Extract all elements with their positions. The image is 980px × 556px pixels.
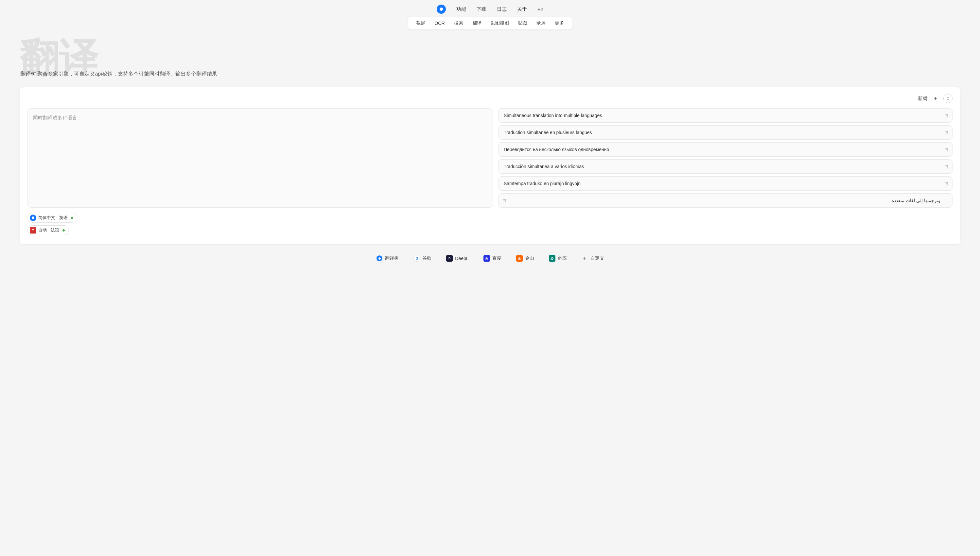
engine-tag-dot-2	[63, 229, 65, 231]
jinshan-bottom-icon: 金	[516, 255, 523, 262]
deepl-icon: D	[446, 255, 453, 262]
baidu-icon: 百	[484, 255, 490, 262]
youdao-engine-icon: Y	[30, 227, 36, 234]
engine-tag-youdao[interactable]: Y 自动 法语	[27, 225, 69, 235]
bottom-transtree-label: 翻译树	[385, 255, 399, 261]
main-card: 新树 + ○ Simultaneous translation into mul…	[19, 87, 961, 244]
baidu-bottom-icon: 百	[483, 255, 490, 262]
nav-item-logs[interactable]: 日志	[497, 6, 507, 13]
hero-description: 翻译树 聚合多家引擎，可自定义api秘钥，支持多个引擎同时翻译、输出多个翻译结果	[19, 71, 961, 78]
new-tree-label: 新树	[918, 95, 928, 102]
toolbar-translate[interactable]: 翻译	[471, 19, 483, 27]
bottom-deepl-label: DeepL	[455, 256, 468, 261]
engine-tag-source-2: 自动	[38, 227, 47, 233]
bottom-bar: 翻译树 G 谷歌 D DeepL 百 百度 金 金山 必 必应 + 自定义	[0, 249, 980, 267]
toolbar-record[interactable]: 录屏	[535, 19, 547, 27]
copy-icon-ru[interactable]: ⊡	[944, 147, 948, 152]
app-logo	[437, 5, 446, 14]
bottom-bing-label: 必应	[558, 255, 567, 261]
add-tree-button[interactable]: +	[931, 94, 940, 103]
engine-tag-source-1: 简体中文	[38, 215, 55, 221]
bottom-google[interactable]: G 谷歌	[411, 254, 434, 263]
result-item-eo: Samtempa traduko en plurajn lingvojn ⊡	[498, 176, 953, 191]
toolbar-screenshot[interactable]: 截屏	[415, 19, 427, 27]
google-icon: G	[414, 255, 420, 262]
copy-icon-en[interactable]: ⊡	[944, 113, 948, 118]
refresh-button[interactable]: ○	[943, 94, 953, 103]
bottom-baidu[interactable]: 百 百度	[480, 254, 504, 263]
bottom-custom-label: 自定义	[590, 255, 604, 261]
copy-icon-ar[interactable]: ⊡	[503, 198, 506, 203]
bottom-transtree[interactable]: 翻译树	[373, 254, 401, 263]
transtree-bottom-icon	[376, 255, 383, 262]
nav-item-lang[interactable]: En	[537, 6, 543, 12]
hero-section: 翻译 翻译树 聚合多家引擎，可自定义api秘钥，支持多个引擎同时翻译、输出多个翻…	[0, 31, 980, 87]
google-bottom-icon: G	[413, 255, 420, 262]
translation-area: Simultaneous translation into multiple l…	[27, 108, 953, 208]
bottom-baidu-label: 百度	[492, 255, 501, 261]
hero-link[interactable]: 翻译树	[20, 71, 36, 76]
nav-item-download[interactable]: 下载	[477, 6, 487, 13]
bottom-deepl[interactable]: D DeepL	[443, 254, 471, 263]
result-text-en: Simultaneous translation into multiple l…	[504, 113, 602, 118]
result-item-fr: Traduction simultanée en plusieurs langu…	[498, 125, 953, 140]
result-text-ar: وترجمتها إلى لغات متعددة	[892, 198, 940, 203]
copy-icon-eo[interactable]: ⊡	[944, 181, 948, 186]
engine-tag-transtree[interactable]: 简体中文 英语	[27, 213, 78, 223]
engine-tag-dot-1	[71, 217, 73, 219]
top-nav: 功能 下载 日志 关于 En	[0, 0, 980, 17]
toolbar-sticker[interactable]: 贴图	[517, 19, 529, 27]
bing-bottom-icon: 必	[548, 255, 556, 262]
bottom-bing[interactable]: 必 必应	[546, 254, 569, 263]
result-item-ar: وترجمتها إلى لغات متعددة ⊡	[498, 193, 953, 208]
nav-item-features[interactable]: 功能	[456, 6, 466, 13]
jinshan-icon: 金	[516, 255, 523, 262]
toolbar-search[interactable]: 搜索	[453, 19, 464, 27]
engine-tags: 简体中文 英语 Y 自动 法语	[27, 213, 953, 235]
source-text-input[interactable]	[27, 108, 493, 208]
result-text-es: Traducción simultánea a varios idiomas	[504, 164, 584, 169]
toolbar-more[interactable]: 更多	[553, 19, 565, 27]
results-panel: Simultaneous translation into multiple l…	[498, 108, 953, 208]
transtree-engine-icon	[30, 215, 36, 221]
nav-item-about[interactable]: 关于	[517, 6, 527, 13]
result-item-ru: Переводится на несколько языков одноврем…	[498, 142, 953, 157]
bottom-jinshan-label: 金山	[525, 255, 534, 261]
result-text-eo: Samtempa traduko en plurajn lingvojn	[504, 181, 581, 186]
toolbar-image-search[interactable]: 以图搜图	[489, 19, 510, 27]
deepl-bottom-icon: D	[446, 255, 453, 262]
result-text-ru: Переводится на несколько языков одноврем…	[504, 147, 609, 152]
engine-tag-target-1: 英语	[59, 215, 68, 221]
bing-icon: 必	[549, 255, 555, 262]
custom-bottom-icon: +	[581, 255, 589, 262]
result-item-es: Traducción simultánea a varios idiomas ⊡	[498, 159, 953, 174]
bottom-custom[interactable]: + 自定义	[579, 254, 607, 263]
card-top-bar: 新树 + ○	[27, 94, 953, 103]
engine-tag-target-2: 法语	[51, 227, 59, 233]
result-item-en: Simultaneous translation into multiple l…	[498, 108, 953, 123]
copy-icon-fr[interactable]: ⊡	[944, 130, 948, 135]
function-toolbar: 截屏 OCR 搜索 翻译 以图搜图 贴图 录屏 更多	[408, 17, 571, 29]
bottom-jinshan[interactable]: 金 金山	[513, 254, 537, 263]
result-text-fr: Traduction simultanée en plusieurs langu…	[504, 130, 592, 135]
bottom-google-label: 谷歌	[422, 255, 432, 261]
copy-icon-es[interactable]: ⊡	[944, 164, 948, 169]
toolbar-ocr[interactable]: OCR	[433, 20, 446, 26]
